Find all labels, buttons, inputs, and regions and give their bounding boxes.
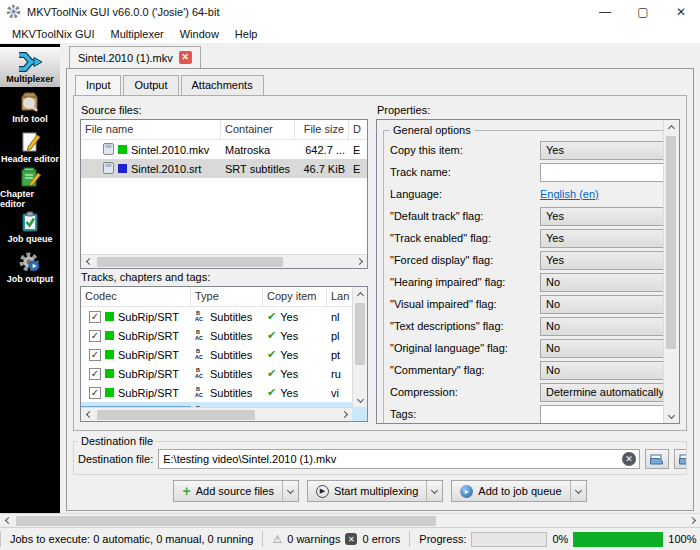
hearing-impaired-flag-select[interactable]: No (540, 273, 663, 292)
maximize-button[interactable]: ▢ (624, 0, 662, 24)
tab-output[interactable]: Output (123, 75, 178, 95)
close-button[interactable]: ✕ (662, 0, 700, 24)
copy-checkbox[interactable]: ✓ (89, 368, 101, 380)
default-track-flag-select[interactable]: Yes (540, 207, 663, 226)
sidebar-item-job-queue[interactable]: Job queue (0, 207, 60, 247)
track-name-label: Track name: (390, 166, 536, 178)
add-source-files-dropdown[interactable] (283, 481, 298, 501)
scrollbar-thumb[interactable] (355, 303, 365, 365)
status-bar: Jobs to execute: 0 automatic, 0 manual, … (0, 527, 700, 550)
tab-input[interactable]: Input (75, 75, 121, 95)
language-link[interactable]: English (en) (540, 188, 663, 200)
sidebar-item-multiplexer[interactable]: Multiplexer (0, 47, 60, 87)
scroll-right-icon[interactable] (353, 255, 367, 269)
play-icon: ▶ (316, 485, 329, 498)
scroll-up-icon[interactable] (665, 120, 679, 134)
minimize-button[interactable]: — (586, 0, 624, 24)
destination-file-input[interactable]: E:\testing video\Sintel.2010 (1).mkv ✕ (158, 449, 640, 469)
track-row[interactable]: ✓ SubRip/SRT BACSubtitles ✔Yes pl (81, 326, 368, 345)
track-enabled-flag-select[interactable]: Yes (540, 229, 663, 248)
tab-close-icon[interactable]: ✕ (179, 51, 192, 64)
column-codec[interactable]: Codec (81, 287, 191, 307)
sidebar-item-job-output[interactable]: Job output (0, 247, 60, 287)
copy-checkbox[interactable]: ✓ (89, 330, 101, 342)
column-copy-item[interactable]: Copy item (263, 287, 327, 307)
copy-checkbox[interactable]: ✓ (89, 311, 101, 323)
file-tab-bar: Sintel.2010 (1).mkv ✕ (60, 44, 700, 68)
tab-attachments[interactable]: Attachments (181, 75, 264, 95)
scroll-down-icon[interactable] (353, 393, 367, 407)
original-language-flag-select[interactable]: No (540, 339, 663, 358)
track-row[interactable]: ✓ SubRip/SRT BACSubtitles ✔Yes ru (81, 364, 368, 383)
main-hscrollbar[interactable] (0, 513, 700, 527)
scroll-left-icon[interactable] (81, 408, 95, 422)
error-icon: ✕ (345, 533, 357, 545)
add-source-files-button[interactable]: +Add source files (173, 480, 298, 502)
track-row[interactable]: ✓ SubRip/SRT BACSubtitles ✔Yes nl (81, 307, 368, 326)
visual-impaired-flag-select[interactable]: No (540, 295, 663, 314)
track-row[interactable]: ✓ 8 entries Chapters ✔Yes (81, 421, 368, 422)
sidebar-item-chapter-editor[interactable]: Chapter editor (0, 167, 60, 207)
copy-this-item-select[interactable]: Yes (540, 141, 663, 160)
clear-icon[interactable]: ✕ (622, 452, 636, 466)
destination-extra-button[interactable] (674, 449, 687, 469)
browse-destination-button[interactable] (645, 449, 669, 469)
notebook-pencil-icon (18, 166, 42, 188)
add-to-job-queue-button[interactable]: ▸Add to job queue (451, 480, 586, 502)
track-row[interactable]: ✓ SubRip/SRT BACSubtitles ✔Yes vi (81, 383, 368, 402)
destination-group-label: Destination file (78, 435, 156, 447)
check-icon: ✔ (267, 386, 276, 399)
column-type[interactable]: Type (191, 287, 263, 307)
track-codec: SubRip/SRT (118, 330, 179, 342)
properties-vscrollbar[interactable] (663, 120, 679, 423)
check-icon: ✔ (267, 367, 276, 380)
track-row[interactable]: ✓ SubRip/SRT BACSubtitles ✔Yes pt (81, 345, 368, 364)
tracks-vscrollbar[interactable] (352, 287, 367, 407)
copy-checkbox[interactable]: ✓ (89, 387, 101, 399)
scroll-right-icon[interactable] (686, 514, 700, 528)
column-file-name[interactable]: File name (81, 120, 221, 140)
file-icon (103, 162, 114, 176)
scroll-down-icon[interactable] (665, 409, 679, 423)
scroll-left-icon[interactable] (81, 255, 95, 269)
start-multiplexing-button[interactable]: ▶Start multiplexing (307, 480, 443, 502)
compression-select[interactable]: Determine automatically (540, 383, 663, 402)
check-icon: ✔ (267, 329, 276, 342)
copy-checkbox[interactable]: ✓ (89, 349, 101, 361)
sidebar-item-label: Job queue (7, 234, 52, 244)
forced-display-flag-select[interactable]: Yes (540, 251, 663, 270)
scrollbar-thumb[interactable] (666, 136, 676, 349)
start-multiplexing-dropdown[interactable] (427, 481, 442, 501)
tracks-hscrollbar[interactable] (81, 407, 352, 421)
subtitles-icon: BAC (195, 310, 206, 323)
menu-window[interactable]: Window (172, 26, 227, 42)
column-container[interactable]: Container (221, 120, 295, 140)
sidebar-item-header-editor[interactable]: Header editor (0, 127, 60, 167)
menu-mkvtoolnix-gui[interactable]: MKVToolNix GUI (4, 26, 103, 42)
commentary-flag-select[interactable]: No (540, 361, 663, 380)
source-file-row[interactable]: Sintel.2010.mkv Matroska 642.7 ... E (81, 140, 368, 159)
text-descriptions-flag-label: "Text descriptions" flag: (390, 320, 536, 332)
scrollbar-thumb[interactable] (16, 516, 436, 526)
scroll-right-icon[interactable] (338, 408, 352, 422)
column-file-size[interactable]: File size (295, 120, 349, 140)
source-file-row[interactable]: Sintel.2010.srt SRT subtitles 46.7 KiB E (81, 159, 368, 178)
scroll-up-icon[interactable] (353, 287, 367, 301)
svg-text:AC: AC (195, 316, 203, 322)
scroll-left-icon[interactable] (0, 514, 14, 528)
menu-multiplexer[interactable]: Multiplexer (103, 26, 172, 42)
tags-input[interactable] (540, 405, 663, 424)
scrollbar-thumb[interactable] (97, 410, 255, 420)
track-name-combo[interactable] (540, 163, 663, 182)
visual-impaired-flag-label: "Visual impaired" flag: (390, 298, 536, 310)
subtitles-icon: BAC (195, 367, 206, 380)
file-tab-sintel[interactable]: Sintel.2010 (1).mkv ✕ (69, 46, 201, 68)
column-directory[interactable]: D (349, 120, 368, 140)
add-to-job-queue-dropdown[interactable] (571, 481, 586, 501)
source-files-hscrollbar[interactable] (81, 254, 367, 268)
scrollbar-thumb[interactable] (97, 257, 283, 267)
text-descriptions-flag-select[interactable]: No (540, 317, 663, 336)
sidebar-item-info-tool[interactable]: Info tool (0, 87, 60, 127)
menu-help[interactable]: Help (227, 26, 266, 42)
general-options-group: General options Copy this item: Yes Trac… (383, 124, 663, 423)
